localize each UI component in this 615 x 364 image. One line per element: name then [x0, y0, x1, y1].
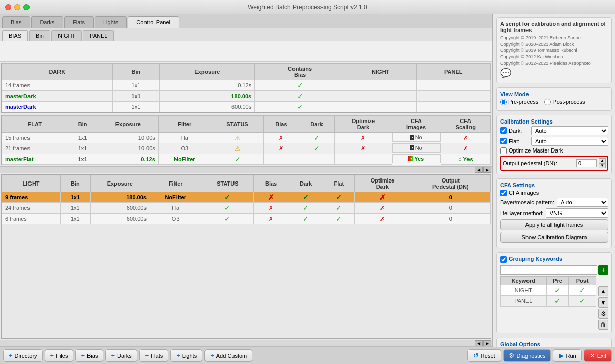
flat-cfa: ▪ No	[392, 133, 441, 142]
col-bin: Bin	[112, 64, 160, 80]
pedestal-up-btn[interactable]: ▲	[599, 158, 606, 163]
light-exposure: 180.00s	[90, 192, 150, 203]
tab-bias[interactable]: Bias	[2, 16, 30, 28]
exit-button[interactable]: ✕ Exit	[584, 349, 612, 362]
flat-name: masterFlat	[2, 154, 68, 165]
light-status: ✓	[201, 203, 254, 214]
sub-tab-night[interactable]: NIGHT	[51, 30, 82, 41]
dark-select[interactable]: Auto	[531, 126, 608, 135]
keyword-down-button[interactable]: ▼	[598, 297, 608, 308]
dark-bin: 1x1	[112, 91, 160, 102]
reset-button[interactable]: ↺ Reset	[467, 349, 501, 362]
plus-icon: +	[111, 352, 115, 359]
cfa-images-label: CFA images	[509, 190, 539, 196]
maximize-button[interactable]	[23, 4, 30, 10]
close-button[interactable]	[5, 4, 11, 10]
table-row: masterFlat 1x1 0.12s NoFilter ✓ ▪ Yes ○ …	[2, 154, 491, 165]
bayer-pattern-row: Bayer/mosaic pattern: Auto	[500, 198, 608, 207]
keyword-settings-button[interactable]: ⚙	[598, 309, 608, 319]
grouping-keywords-checkbox[interactable]	[500, 256, 507, 263]
col-exposure: Exposure	[98, 116, 158, 133]
bias-button[interactable]: + Bias	[75, 349, 103, 362]
dark-exposure: 180.00s	[160, 91, 255, 102]
flat-row: Flat: Auto	[500, 137, 608, 146]
cfa-images-checkbox[interactable]	[500, 190, 507, 196]
light-flat: ✓	[324, 192, 355, 203]
col-bin: Bin	[61, 175, 90, 192]
keyword-row: PANEL ✓ ✓	[501, 295, 596, 306]
plus-icon: +	[9, 352, 13, 359]
flat-exposure: 0.12s	[98, 154, 158, 165]
sub-tab-panel[interactable]: PANEL	[83, 30, 114, 41]
right-panel: A script for calibration and alignment o…	[493, 14, 615, 347]
radio-postprocess[interactable]: Post-process	[544, 99, 585, 105]
diagnostics-button[interactable]: ⚙ Diagnostics	[503, 349, 551, 362]
flats-button[interactable]: + Flats	[139, 349, 168, 362]
table-row: 15 frames 1x1 10.00s Ha ⚠ ✗ ✓ ✗ ▪ No ✗	[2, 133, 491, 143]
window-controls[interactable]	[5, 4, 30, 10]
show-calibration-diagram-button[interactable]: Show Calibration Diagram	[500, 232, 608, 243]
col-status: STATUS	[211, 116, 263, 133]
dark-contains-bias: ✓	[255, 102, 345, 112]
files-button[interactable]: + Files	[45, 349, 74, 362]
dark-panel: –	[416, 91, 490, 102]
tab-flats[interactable]: Flats	[64, 16, 94, 28]
preprocess-label: Pre-process	[508, 99, 538, 105]
lights-label: Lights	[182, 353, 197, 359]
tab-darks[interactable]: Darks	[31, 16, 63, 28]
message-icon[interactable]: 💬	[500, 68, 608, 79]
postprocess-label: Post-process	[552, 99, 585, 105]
sub-tab-bin[interactable]: Bin	[29, 30, 50, 41]
tab-control-panel[interactable]: Control Panel	[128, 16, 179, 28]
tab-lights[interactable]: Lights	[95, 16, 127, 28]
minimize-button[interactable]	[14, 4, 20, 10]
keyword-add-button[interactable]: +	[598, 265, 608, 275]
keyword-up-button[interactable]: ▲	[598, 286, 608, 296]
keyword-table: Keyword Pre Post NIGHT ✓ ✓	[500, 276, 596, 307]
lights-button[interactable]: + Lights	[170, 349, 202, 362]
light-opt-dark: ✗	[355, 214, 411, 224]
dark-name: 14 frames	[2, 80, 113, 91]
dark-exposure: 0.12s	[160, 80, 255, 91]
darks-button[interactable]: + Darks	[105, 349, 137, 362]
dark-checkbox[interactable]	[500, 127, 507, 134]
output-pedestal-input[interactable]	[576, 159, 597, 167]
flat-opt-dark: ✗	[335, 133, 392, 143]
light-filter: Ha	[150, 203, 201, 214]
preprocess-radio[interactable]	[500, 99, 507, 105]
flat-select[interactable]: Auto	[531, 137, 608, 146]
lights-hscroll[interactable]: ◀ ▶	[0, 340, 492, 347]
scroll-left-arrow[interactable]: ◀	[475, 167, 483, 173]
add-custom-button[interactable]: + Add Custom	[204, 349, 252, 362]
flats-table: FLAT Bin Exposure Filter STATUS Bias Dar…	[2, 115, 491, 165]
sub-tab-bias[interactable]: BIAS	[2, 30, 28, 41]
plus-icon: +	[210, 352, 214, 359]
flats-hscroll[interactable]: ◀ ▶	[0, 166, 492, 173]
light-dark: ✓	[288, 214, 324, 224]
col-optimize-dark: OptimizeDark	[355, 175, 411, 192]
postprocess-radio[interactable]	[544, 99, 551, 105]
flat-dark: ✓	[299, 143, 335, 154]
apply-all-light-frames-button[interactable]: Apply to all light frames	[500, 219, 608, 230]
col-bin: Bin	[68, 116, 98, 133]
debayer-select[interactable]: VNG	[546, 208, 608, 218]
flat-checkbox[interactable]	[500, 138, 507, 144]
optimize-master-dark-row: Optimize Master Dark	[500, 147, 608, 154]
directory-button[interactable]: + Directory	[3, 349, 43, 362]
scroll-right-arrow[interactable]: ▶	[483, 167, 491, 173]
view-mode-header: View Mode	[500, 91, 608, 97]
scroll-area-top	[0, 41, 492, 62]
optimize-master-dark-checkbox[interactable]	[500, 147, 507, 154]
keyword-delete-button[interactable]: 🗑	[598, 320, 608, 330]
description-section: A script for calibration and alignment o…	[496, 17, 612, 83]
run-button[interactable]: ▶ Run	[553, 349, 581, 362]
bayer-select[interactable]: Auto	[557, 198, 608, 207]
scroll-right-arrow[interactable]: ▶	[483, 340, 491, 346]
pedestal-down-btn[interactable]: ▼	[599, 163, 606, 168]
keyword-input[interactable]	[500, 265, 597, 275]
radio-preprocess[interactable]: Pre-process	[500, 99, 538, 105]
light-bin: 1x1	[61, 192, 90, 203]
dark-name: masterDark	[2, 102, 113, 112]
scroll-left-arrow[interactable]: ◀	[475, 340, 483, 346]
calibration-settings-header: Calibration Settings	[500, 118, 608, 125]
